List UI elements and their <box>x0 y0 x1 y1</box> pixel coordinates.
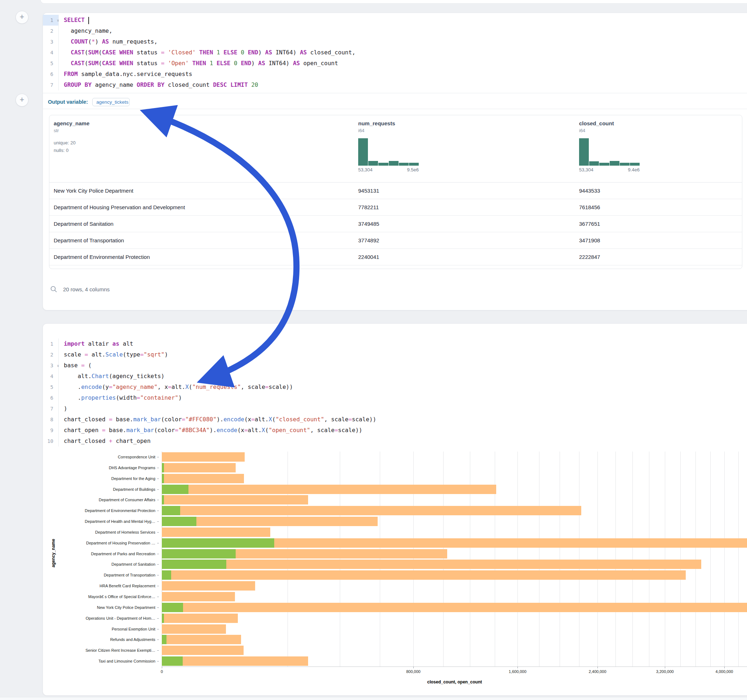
code-text: import altair as alt <box>59 338 133 349</box>
line-number-gutter: 7 <box>43 80 59 91</box>
code-line[interactable]: 4 CAST(SUM(CASE WHEN status = 'Closed' T… <box>43 47 747 58</box>
bar-closed-count <box>162 603 747 612</box>
chevron-down-icon[interactable]: ∨ <box>57 361 59 371</box>
chevron-down-icon[interactable]: ∨ <box>57 15 59 26</box>
bar-closed-count <box>162 495 308 504</box>
sql-editor[interactable]: 1∨SELECT 2 agency_name,3 COUNT(*) AS num… <box>43 15 747 91</box>
y-axis-tick-label: Department of Sanitation <box>111 562 155 566</box>
line-number-gutter: 4 <box>43 47 59 58</box>
bar-closed-count <box>162 656 308 666</box>
code-line[interactable]: 7) <box>43 403 747 414</box>
plus-icon: + <box>20 95 24 104</box>
add-cell-button[interactable]: + <box>15 11 29 24</box>
gridline <box>710 451 711 667</box>
gridline <box>738 451 739 667</box>
histogram-bar <box>620 163 629 166</box>
column-name: closed_count <box>579 120 742 127</box>
bar-closed-count <box>162 625 226 634</box>
code-line[interactable]: 4 alt.Chart(agency_tickets) <box>43 371 747 382</box>
code-text: COUNT(*) AS num_requests, <box>59 36 157 47</box>
y-axis-tick <box>157 618 159 619</box>
table-cell: New York City Police Department <box>54 183 358 199</box>
altair-chart-plot[interactable] <box>162 451 747 667</box>
bar-open-count <box>162 656 183 666</box>
bar-closed-count <box>162 614 238 623</box>
y-axis-tick-label: Department of Consumer Affairs <box>99 498 155 502</box>
table-cell: 3774892 <box>358 232 579 249</box>
table-cell: 7782211 <box>358 199 579 215</box>
table-cell: 2222847 <box>579 249 742 265</box>
dataframe-preview: agency_name str unique: 20 nulls: 0 num_… <box>49 115 742 269</box>
bar-open-count <box>162 463 164 472</box>
code-text: .properties(width="container") <box>59 392 182 403</box>
y-axis-tick-label: DHS Advantage Programs <box>109 466 155 470</box>
y-axis-tick <box>157 629 159 629</box>
hist-min-label: 53,304 <box>579 167 593 172</box>
y-axis-tick <box>157 661 159 661</box>
gridline <box>632 451 633 667</box>
code-line[interactable]: 8chart_closed = base.mark_bar(color="#FF… <box>43 414 747 425</box>
line-number-gutter: 2 <box>43 26 59 36</box>
code-line[interactable]: 1import altair as alt <box>43 338 747 349</box>
output-variable-pill[interactable]: agency_tickets <box>92 98 129 106</box>
y-axis-tick <box>157 521 159 522</box>
y-axis-tick-label: Department for the Aging <box>111 477 155 481</box>
sql-cell-card: 1∨SELECT 2 agency_name,3 COUNT(*) AS num… <box>42 13 747 311</box>
code-text: FROM sample_data.nyc.service_requests <box>59 69 192 80</box>
code-text: scale = alt.Scale(type="sqrt") <box>59 349 168 360</box>
code-line[interactable]: 6FROM sample_data.nyc.service_requests <box>43 69 747 80</box>
code-text: CAST(SUM(CASE WHEN status = 'Open' THEN … <box>59 58 338 69</box>
y-axis-tick-label: Department of Buildings <box>113 487 155 492</box>
bar-open-count <box>162 614 164 623</box>
table-row: New York City Police Department945313194… <box>49 183 742 199</box>
column-stat-unique: unique: 20 <box>54 139 358 146</box>
code-line[interactable]: 1∨SELECT <box>43 15 747 26</box>
histogram-bar <box>630 163 640 166</box>
y-axis-tick <box>157 500 159 500</box>
table-row: Department of Housing Preservation and D… <box>49 199 742 216</box>
code-line[interactable]: 2scale = alt.Scale(type="sqrt") <box>43 349 747 360</box>
code-text: SELECT <box>59 15 89 26</box>
line-number-gutter: 1 <box>43 338 59 349</box>
code-line[interactable]: 9chart_open = base.mark_bar(color="#8BC3… <box>43 425 747 436</box>
bar-open-count <box>162 570 171 580</box>
y-axis-tick <box>157 511 159 511</box>
gridline <box>615 451 616 667</box>
add-cell-button[interactable]: + <box>15 94 29 107</box>
search-icon[interactable] <box>50 285 57 293</box>
table-cell: 9453131 <box>358 183 579 199</box>
column-header-agency-name[interactable]: agency_name str unique: 20 nulls: 0 <box>54 120 358 182</box>
code-line[interactable]: 2 agency_name, <box>43 26 747 36</box>
gridline <box>665 451 665 667</box>
column-header-closed-count[interactable]: closed_count i64 53,304 9.4e6 <box>579 120 742 182</box>
code-line[interactable]: 3∨base = ( <box>43 360 747 371</box>
code-line[interactable]: 5 CAST(SUM(CASE WHEN status = 'Open' THE… <box>43 58 747 69</box>
column-header-num-requests[interactable]: num_requests i64 53,304 9.5e6 <box>358 120 579 182</box>
bar-open-count <box>162 517 197 526</box>
gridline <box>380 451 380 667</box>
y-axis-tick <box>157 489 159 490</box>
code-line[interactable]: 10chart_closed + chart_open <box>43 436 747 447</box>
bar-closed-count <box>162 452 245 462</box>
y-axis-tick-label: Senior Citizen Rent Increase Exempti… <box>85 648 155 652</box>
bar-closed-count <box>162 474 244 483</box>
bar-closed-count <box>162 506 581 515</box>
code-text: GROUP BY agency_name ORDER BY closed_cou… <box>59 80 258 91</box>
code-line[interactable]: 5 .encode(y="agency_name", x=alt.X("num_… <box>43 382 747 392</box>
code-line[interactable]: 3 COUNT(*) AS num_requests, <box>43 36 747 47</box>
python-cell-card: 1import altair as alt2scale = alt.Scale(… <box>42 323 747 695</box>
divider <box>43 93 747 93</box>
y-axis-tick-label: HRA Benefit Card Replacement <box>100 584 155 588</box>
y-axis-tick-label: Department of Parks and Recreation <box>91 552 155 556</box>
x-axis-tick <box>413 667 414 668</box>
python-editor[interactable]: 1import altair as alt2scale = alt.Scale(… <box>43 338 747 447</box>
histogram-bar <box>368 161 378 166</box>
table-cell: 3677651 <box>579 216 742 232</box>
bar-closed-count <box>162 485 496 494</box>
chart-y-axis: Correspondence UnitDHS Advantage Program… <box>43 451 162 667</box>
y-axis-tick <box>157 650 159 651</box>
code-line[interactable]: 6 .properties(width="container") <box>43 392 747 403</box>
code-line[interactable]: 7GROUP BY agency_name ORDER BY closed_co… <box>43 80 747 91</box>
plus-icon: + <box>20 12 24 21</box>
code-text: chart_closed = base.mark_bar(color="#FFC… <box>59 414 376 425</box>
